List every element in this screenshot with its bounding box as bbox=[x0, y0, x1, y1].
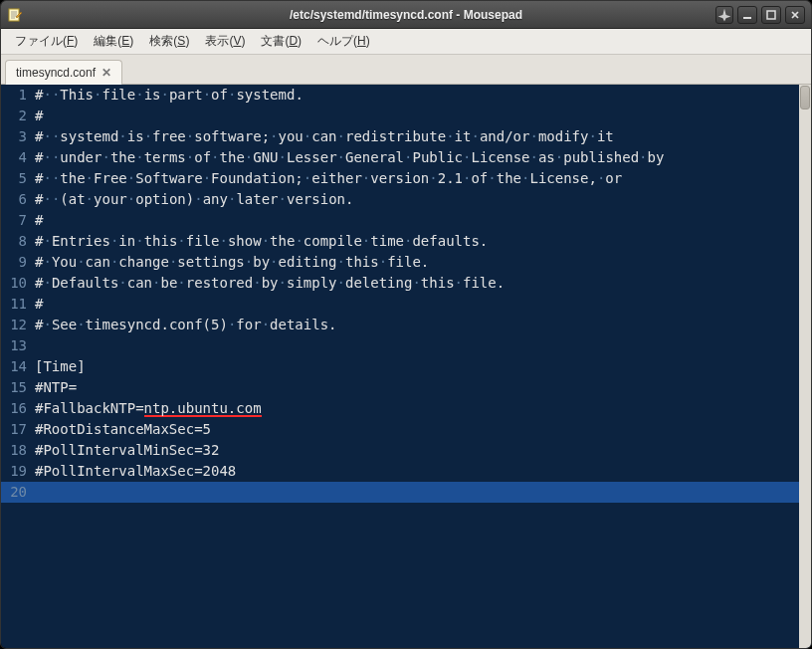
tab-label: timesyncd.conf bbox=[16, 66, 96, 80]
editor-line[interactable]: 2# bbox=[1, 106, 811, 126]
maximize-button[interactable] bbox=[761, 6, 781, 24]
menu-item-5[interactable]: ヘルプ(H) bbox=[309, 31, 378, 52]
editor-line[interactable]: 18#PollIntervalMinSec=32 bbox=[1, 440, 811, 461]
svg-rect-7 bbox=[743, 17, 751, 19]
line-number: 18 bbox=[1, 440, 33, 461]
line-content[interactable]: #··systemd·is·free·software;·you·can·red… bbox=[33, 126, 811, 147]
editor-line[interactable]: 20 bbox=[1, 482, 811, 503]
editor-line[interactable]: 11# bbox=[1, 294, 811, 315]
line-content[interactable]: #··under·the·terms·of·the·GNU·Lesser·Gen… bbox=[33, 147, 811, 168]
line-number: 2 bbox=[1, 106, 33, 126]
scrollbar-thumb[interactable] bbox=[800, 86, 810, 109]
line-content[interactable]: # bbox=[33, 106, 811, 126]
line-number: 16 bbox=[1, 398, 33, 419]
line-number: 5 bbox=[1, 168, 33, 189]
tab-modified-close-icon[interactable]: ✕ bbox=[102, 66, 111, 80]
menubar: ファイル(F)編集(E)検索(S)表示(V)文書(D)ヘルプ(H) bbox=[1, 29, 811, 55]
line-number: 7 bbox=[1, 210, 33, 231]
menu-item-2[interactable]: 検索(S) bbox=[141, 31, 197, 52]
line-number: 10 bbox=[1, 273, 33, 294]
line-number: 15 bbox=[1, 377, 33, 398]
app-window: /etc/systemd/timesyncd.conf - Mousepad フ… bbox=[0, 0, 812, 649]
editor-line[interactable]: 1#··This·file·is·part·of·systemd. bbox=[1, 85, 811, 106]
svg-rect-0 bbox=[9, 9, 19, 21]
editor-line[interactable]: 9#·You·can·change·settings·by·editing·th… bbox=[1, 252, 811, 273]
line-content[interactable]: #NTP= bbox=[33, 377, 811, 398]
editor-line[interactable]: 12#·See·timesyncd.conf(5)·for·details. bbox=[1, 315, 811, 335]
line-number: 14 bbox=[1, 356, 33, 377]
line-content[interactable]: #·Defaults·can·be·restored·by·simply·del… bbox=[33, 273, 811, 294]
app-icon bbox=[7, 7, 23, 23]
editor-line[interactable]: 19#PollIntervalMaxSec=2048 bbox=[1, 461, 811, 482]
window-controls bbox=[715, 6, 805, 24]
line-number: 3 bbox=[1, 126, 33, 147]
menu-item-4[interactable]: 文書(D) bbox=[253, 31, 309, 52]
menu-item-3[interactable]: 表示(V) bbox=[197, 31, 253, 52]
vertical-scrollbar[interactable] bbox=[799, 85, 811, 648]
editor-area[interactable]: 1#··This·file·is·part·of·systemd.2#3#··s… bbox=[1, 85, 811, 648]
line-content[interactable]: #PollIntervalMaxSec=2048 bbox=[33, 461, 811, 482]
line-content[interactable]: [Time] bbox=[33, 356, 811, 377]
close-button[interactable] bbox=[785, 6, 805, 24]
tab-0[interactable]: timesyncd.conf✕ bbox=[5, 60, 122, 85]
svg-rect-8 bbox=[767, 11, 775, 19]
editor-line[interactable]: 17#RootDistanceMaxSec=5 bbox=[1, 419, 811, 440]
svg-marker-6 bbox=[718, 8, 731, 21]
line-content[interactable]: #·See·timesyncd.conf(5)·for·details. bbox=[33, 315, 811, 335]
editor-line[interactable]: 15#NTP= bbox=[1, 377, 811, 398]
editor-line[interactable]: 6#··(at·your·option)·any·later·version. bbox=[1, 189, 811, 210]
tabbar: timesyncd.conf✕ bbox=[1, 55, 811, 85]
minimize-button[interactable] bbox=[737, 6, 757, 24]
line-content[interactable]: #PollIntervalMinSec=32 bbox=[33, 440, 811, 461]
editor-line[interactable]: 4#··under·the·terms·of·the·GNU·Lesser·Ge… bbox=[1, 147, 811, 168]
line-number: 9 bbox=[1, 252, 33, 273]
window-title: /etc/systemd/timesyncd.conf - Mousepad bbox=[1, 8, 811, 22]
editor-line[interactable]: 16#FallbackNTP=ntp.ubuntu.com bbox=[1, 398, 811, 419]
editor-line[interactable]: 14[Time] bbox=[1, 356, 811, 377]
line-number: 12 bbox=[1, 315, 33, 335]
line-content[interactable]: #··(at·your·option)·any·later·version. bbox=[33, 189, 811, 210]
line-number: 13 bbox=[1, 335, 33, 356]
line-content[interactable]: #FallbackNTP=ntp.ubuntu.com bbox=[33, 398, 811, 419]
line-content[interactable]: #··This·file·is·part·of·systemd. bbox=[33, 85, 811, 106]
line-content[interactable]: # bbox=[33, 210, 811, 231]
menu-item-1[interactable]: 編集(E) bbox=[86, 31, 141, 52]
editor-line[interactable]: 8#·Entries·in·this·file·show·the·compile… bbox=[1, 231, 811, 252]
line-number: 6 bbox=[1, 189, 33, 210]
line-number: 4 bbox=[1, 147, 33, 168]
line-content[interactable] bbox=[33, 482, 811, 503]
titlebar[interactable]: /etc/systemd/timesyncd.conf - Mousepad bbox=[1, 1, 811, 29]
line-content[interactable]: #RootDistanceMaxSec=5 bbox=[33, 419, 811, 440]
line-content[interactable]: # bbox=[33, 294, 811, 315]
editor-line[interactable]: 7# bbox=[1, 210, 811, 231]
line-number: 1 bbox=[1, 85, 33, 106]
line-number: 17 bbox=[1, 419, 33, 440]
line-number: 19 bbox=[1, 461, 33, 482]
editor-line[interactable]: 13 bbox=[1, 335, 811, 356]
line-number: 20 bbox=[1, 482, 33, 503]
line-content[interactable]: #·You·can·change·settings·by·editing·thi… bbox=[33, 252, 811, 273]
editor-line[interactable]: 3#··systemd·is·free·software;·you·can·re… bbox=[1, 126, 811, 147]
menu-item-0[interactable]: ファイル(F) bbox=[7, 31, 86, 52]
line-number: 11 bbox=[1, 294, 33, 315]
line-content[interactable] bbox=[33, 335, 811, 356]
line-number: 8 bbox=[1, 231, 33, 252]
line-content[interactable]: #·Entries·in·this·file·show·the·compile·… bbox=[33, 231, 811, 252]
editor-line[interactable]: 5#··the·Free·Software·Foundation;·either… bbox=[1, 168, 811, 189]
line-content[interactable]: #··the·Free·Software·Foundation;·either·… bbox=[33, 168, 811, 189]
editor-line[interactable]: 10#·Defaults·can·be·restored·by·simply·d… bbox=[1, 273, 811, 294]
stick-button[interactable] bbox=[715, 6, 733, 24]
